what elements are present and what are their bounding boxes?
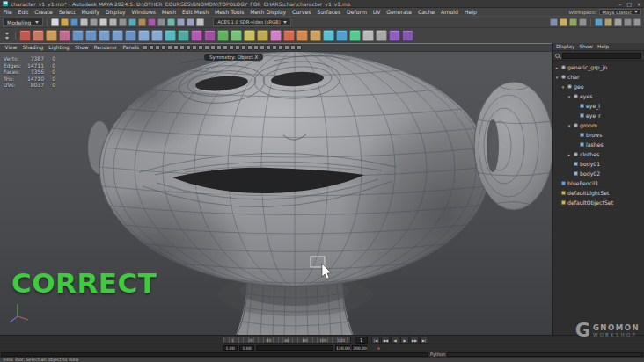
grid-icon[interactable] [186, 45, 191, 50]
outliner-item[interactable]: defaultLightSet [553, 188, 644, 198]
menu-set-dropdown[interactable]: Modeling [3, 18, 43, 26]
expand-arrow-icon[interactable]: ▾ [554, 75, 560, 80]
outliner-item[interactable]: brows [553, 130, 644, 140]
minimize-button[interactable]: – [618, 1, 621, 7]
current-frame-field[interactable]: 1 [355, 337, 368, 344]
combine-icon[interactable] [217, 30, 229, 41]
outliner-item[interactable]: ▾ eyes [553, 91, 644, 101]
textured-icon[interactable] [247, 45, 252, 50]
super-shape-icon[interactable] [178, 30, 189, 41]
isolate-select-icon[interactable] [290, 45, 296, 50]
poly-cone-icon[interactable] [138, 30, 150, 41]
command-language-toggle[interactable]: Python [430, 351, 445, 357]
outliner-item[interactable]: ▸ generic_grp_jn [553, 62, 644, 72]
wireframe-icon[interactable] [229, 45, 234, 50]
target-weld-icon[interactable] [336, 30, 348, 41]
shaded-icon[interactable] [235, 45, 240, 50]
outliner-item[interactable]: body02 [553, 169, 644, 178]
relax-tool-icon[interactable] [376, 30, 387, 41]
render-settings-icon[interactable] [579, 18, 587, 26]
menu-item[interactable]: Generate [384, 9, 415, 15]
outliner-menu-item[interactable]: Display [556, 44, 574, 49]
frame-ruler[interactable]: 120406080100120 [223, 337, 351, 344]
poly-torus-icon[interactable] [125, 30, 136, 41]
hypershade-icon[interactable] [604, 18, 612, 26]
multi-cut-icon[interactable] [323, 30, 334, 41]
viewport-menu-item[interactable]: Renderer [91, 45, 120, 50]
nurbs-square-icon[interactable] [33, 30, 44, 41]
grease-pencil-icon[interactable] [179, 45, 185, 50]
selection-mask-component-icon[interactable] [119, 18, 127, 26]
playback-button[interactable]: ◀◀ [381, 337, 390, 344]
outliner-item[interactable]: bluePencil1 [553, 178, 644, 188]
lock-camera-icon[interactable] [149, 45, 154, 50]
outliner-item[interactable]: ▾ char [553, 72, 644, 82]
range-slider-track[interactable] [256, 345, 333, 351]
outliner-item[interactable]: lashes [553, 140, 644, 149]
resolution-gate-icon[interactable] [198, 45, 203, 50]
separate-icon[interactable] [231, 30, 242, 41]
depth-of-field-icon[interactable] [284, 45, 289, 50]
screen-space-ao-icon[interactable] [266, 45, 271, 50]
menu-item[interactable]: Edit Mesh [179, 9, 212, 15]
workspace-dropdown[interactable]: Maya Classic [599, 9, 642, 15]
poly-cube-icon[interactable] [85, 30, 97, 41]
uv-unfold-icon[interactable] [402, 30, 413, 41]
animation-start-field[interactable]: 1.00 [223, 345, 238, 351]
menu-item[interactable]: Select [55, 9, 78, 15]
safe-action-icon[interactable] [216, 45, 222, 50]
playback-button[interactable]: ▶ [400, 337, 409, 344]
x-ray-icon[interactable] [296, 45, 302, 50]
snap-to-grid-icon[interactable] [128, 18, 136, 26]
camera-attributes-icon[interactable] [155, 45, 160, 50]
menu-item[interactable]: Mesh Display [247, 9, 289, 15]
color-management-dropdown[interactable]: ACES 1.0 SDR-video (sRGB) [213, 18, 290, 26]
outliner-item[interactable]: ▾ geo [553, 82, 644, 91]
menu-item[interactable]: Modify [78, 9, 102, 15]
expand-arrow-icon[interactable]: ▸ [554, 65, 560, 70]
snap-to-point-icon[interactable] [148, 18, 156, 26]
playback-button[interactable]: ▶| [420, 337, 428, 344]
sculpt-tool-icon[interactable] [362, 30, 374, 41]
poly-cylinder-icon[interactable] [99, 30, 110, 41]
ep-curve-icon[interactable] [46, 30, 57, 41]
shelf-tab-selector[interactable] [3, 30, 11, 41]
bridge-icon[interactable] [310, 30, 321, 41]
field-chart-icon[interactable] [210, 45, 216, 50]
time-slider[interactable]: 120406080100120 1 |◀◀◀◀▶▶▶▶| [0, 335, 644, 344]
menu-item[interactable]: Cache [415, 9, 438, 15]
modeling-toolkit-icon[interactable] [595, 18, 603, 26]
playback-start-field[interactable]: 1.00 [239, 345, 254, 351]
smooth-icon[interactable] [244, 30, 255, 41]
menu-item[interactable]: Create [32, 9, 55, 15]
viewport-menu-item[interactable]: Show [72, 45, 91, 50]
outliner-item[interactable]: eye_l [553, 101, 644, 111]
expand-arrow-icon[interactable]: ▸ [567, 152, 572, 157]
boolean-difference-icon[interactable] [204, 30, 216, 41]
nurbs-circle-icon[interactable] [19, 30, 31, 41]
command-input[interactable] [1, 352, 428, 357]
select-camera-icon[interactable] [143, 45, 148, 50]
playback-end-field[interactable]: 120.00 [335, 345, 350, 351]
playback-button[interactable]: ▶▶ [410, 337, 419, 344]
auto-key-toggle-icon[interactable] [377, 346, 381, 351]
viewport-menu-item[interactable]: View [3, 45, 19, 50]
channel-box-icon[interactable] [614, 18, 622, 26]
animation-end-field[interactable]: 200.00 [352, 345, 367, 351]
selection-mask-hierarchy-icon[interactable] [99, 18, 107, 26]
playback-button[interactable]: ◀ [391, 337, 399, 344]
wireframe-on-shaded-icon[interactable] [241, 45, 246, 50]
undo-icon[interactable] [80, 18, 88, 26]
tool-settings-icon[interactable] [633, 18, 641, 26]
menu-item[interactable]: Display [102, 9, 128, 15]
open-scene-icon[interactable] [61, 18, 69, 26]
viewport-menu-item[interactable]: Panels [121, 45, 142, 50]
expand-arrow-icon[interactable]: ▾ [567, 94, 572, 99]
menu-item[interactable]: Arnold [438, 9, 462, 15]
uv-editor-icon[interactable] [389, 30, 400, 41]
menu-item[interactable]: Mesh Tools [212, 9, 247, 15]
render-view-icon[interactable] [550, 18, 558, 26]
viewport-menu-item[interactable]: Lighting [47, 45, 72, 50]
poly-disc-icon[interactable] [151, 30, 163, 41]
menu-item[interactable]: Curves [289, 9, 314, 15]
